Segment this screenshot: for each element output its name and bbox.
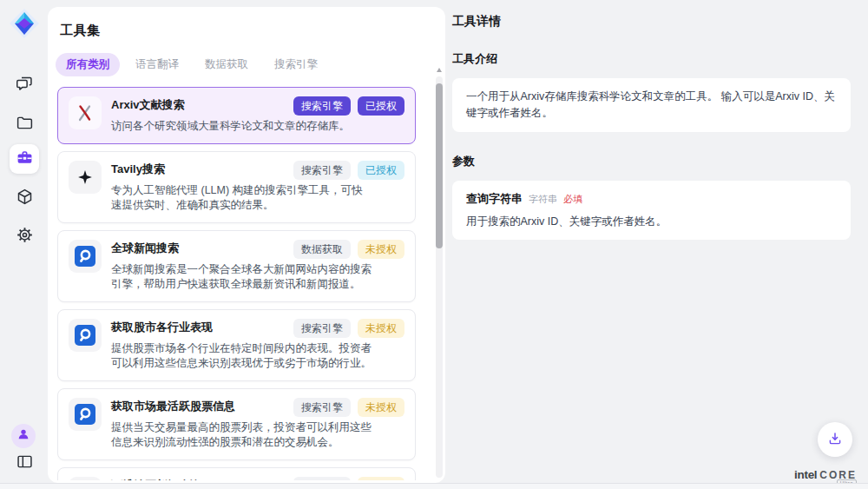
- tool-description: 专为人工智能代理 (LLM) 构建的搜索引擎工具，可快速提供实时、准确和真实的结…: [111, 183, 372, 214]
- window-bottom-edge: [0, 483, 868, 489]
- category-tab[interactable]: 搜索引擎: [264, 53, 328, 76]
- nav-models[interactable]: [10, 183, 39, 213]
- tool-auth-badge: 已授权: [358, 161, 404, 180]
- tool-category-badge: 搜索引擎: [293, 398, 351, 417]
- chat-icon: [16, 75, 34, 96]
- search-q-icon: [69, 398, 102, 431]
- tool-title: 全球新闻搜索: [111, 240, 286, 255]
- user-avatar-icon: [16, 427, 30, 445]
- tool-description: 提供股票市场各个行业在特定时间段内的表现。投资者可以利用这些信息来识别表现优于或…: [111, 341, 372, 372]
- panel-toggle-icon: [16, 453, 34, 474]
- param-required-badge: 必填: [563, 193, 582, 206]
- params-heading: 参数: [452, 154, 851, 169]
- gear-icon: [16, 226, 34, 248]
- nav-files[interactable]: [10, 109, 39, 139]
- tool-title: 获取股市各行业表现: [111, 319, 286, 334]
- intro-box: 一个用于从Arxiv存储库搜索科学论文和文章的工具。 输入可以是Arxiv ID…: [452, 78, 851, 132]
- nav-toolbox[interactable]: [10, 144, 39, 174]
- nav-settings[interactable]: [10, 221, 39, 251]
- search-q-icon: [69, 240, 102, 273]
- tool-auth-badge: 未授权: [358, 477, 404, 481]
- intro-heading: 工具介绍: [452, 51, 851, 67]
- list-scrollbar[interactable]: [436, 76, 443, 478]
- tool-auth-badge: 未授权: [358, 398, 404, 417]
- param-name: 查询字符串: [466, 191, 523, 207]
- tool-category-badge: 搜索引擎: [293, 96, 351, 116]
- nav-panel-toggle[interactable]: [10, 448, 39, 478]
- tool-auth-badge: 未授权: [358, 319, 404, 338]
- toolbox-icon: [16, 149, 34, 170]
- tool-card[interactable]: Tavily搜索 搜索引擎 已授权 专为人工智能代理 (LLM) 构建的搜索引擎…: [57, 151, 416, 223]
- tool-category-badge: 数据获取: [293, 240, 351, 259]
- page-title: 工具集: [48, 7, 445, 39]
- left-rail: [0, 0, 48, 489]
- arxiv-icon: [69, 96, 102, 129]
- download-icon: [827, 431, 843, 449]
- brand-intel: intel: [794, 468, 817, 481]
- category-tab[interactable]: 所有类别: [56, 53, 120, 76]
- param-description: 用于搜索的Arxiv ID、关键字或作者姓名。: [466, 215, 837, 229]
- tool-category-badge: 搜索引擎: [293, 477, 351, 481]
- star-icon: [69, 161, 102, 194]
- app-logo: [9, 8, 40, 39]
- tool-list-panel: 工具集 所有类别 语言翻译 数据获取 搜索引擎 Arxiv文献搜索 搜索引擎 已…: [48, 7, 445, 483]
- intro-text: 一个用于从Arxiv存储库搜索科学论文和文章的工具。 输入可以是Arxiv ID…: [466, 89, 837, 122]
- newspaper-icon: [69, 477, 102, 481]
- intel-core-logo: intel CORE Ultra: [794, 468, 857, 481]
- tool-category-badge: 搜索引擎: [293, 319, 351, 338]
- tool-detail-panel: 工具详情 工具介绍 一个用于从Arxiv存储库搜索科学论文和文章的工具。 输入可…: [445, 0, 868, 483]
- tool-card[interactable]: 全球新闻搜索 数据获取 未授权 全球新闻搜索是一个聚合全球各大新闻网站内容的搜索…: [57, 230, 416, 302]
- detail-title: 工具详情: [452, 14, 851, 30]
- tool-description: 全球新闻搜索是一个聚合全球各大新闻网站内容的搜索引擎，帮助用户快速获取全球最新资…: [111, 262, 372, 293]
- download-button[interactable]: [818, 422, 852, 457]
- tool-description: 提供当天交易量最高的股票列表，投资者可以利用这些信息来识别流动性强的股票和潜在的…: [111, 420, 372, 451]
- tool-description: 访问各个研究领域大量科学论文和文章的存储库。: [111, 119, 372, 135]
- tool-auth-badge: 已授权: [358, 96, 404, 116]
- category-tabs: 所有类别 语言翻译 数据获取 搜索引擎: [56, 53, 445, 76]
- tool-list: Arxiv文献搜索 搜索引擎 已授权 访问各个研究领域大量科学论文和文章的存储库…: [57, 87, 437, 480]
- param-type: 字符串: [529, 193, 557, 206]
- scrollbar-up-arrow[interactable]: [437, 68, 442, 72]
- tool-title: Tavily搜索: [111, 161, 286, 176]
- scrollbar-thumb[interactable]: [436, 83, 443, 248]
- param-box: 查询字符串 字符串 必填 用于搜索的Arxiv ID、关键字或作者姓名。: [452, 181, 851, 240]
- tool-category-badge: 搜索引擎: [293, 161, 351, 180]
- nav-chat[interactable]: [10, 70, 39, 100]
- cube-icon: [16, 188, 34, 209]
- tool-title: Arxiv文献搜索: [111, 96, 286, 112]
- tool-card[interactable]: 获取股市各行业表现 搜索引擎 未授权 提供股票市场各个行业在特定时间段内的表现。…: [57, 309, 416, 381]
- tool-title: 万维地区新闻查询: [111, 477, 286, 481]
- nav-user[interactable]: [11, 424, 36, 448]
- tool-title: 获取市场最活跃股票信息: [111, 398, 286, 413]
- tool-auth-badge: 未授权: [358, 240, 404, 259]
- tool-card[interactable]: 获取市场最活跃股票信息 搜索引擎 未授权 提供当天交易量最高的股票列表，投资者可…: [57, 388, 416, 460]
- folder-icon: [16, 114, 34, 135]
- tool-card[interactable]: 万维地区新闻查询 搜索引擎 未授权 查询具体行政区划内的新闻，快速了解各地新闻动: [57, 467, 416, 481]
- search-q-icon: [69, 319, 102, 352]
- category-tab[interactable]: 语言翻译: [125, 53, 189, 76]
- tool-card[interactable]: Arxiv文献搜索 搜索引擎 已授权 访问各个研究领域大量科学论文和文章的存储库…: [57, 87, 416, 144]
- category-tab[interactable]: 数据获取: [194, 53, 259, 76]
